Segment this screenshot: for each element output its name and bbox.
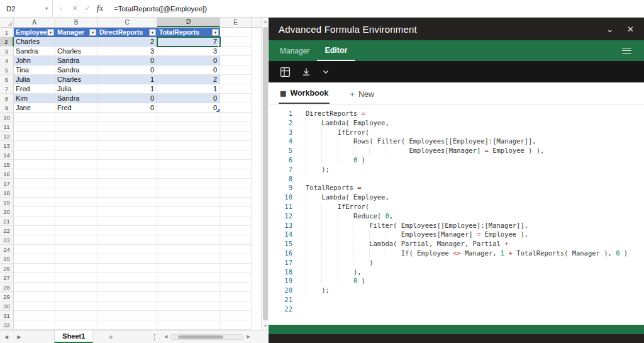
cell-c7[interactable]: 1 bbox=[97, 84, 157, 94]
cell-a1[interactable]: Employee▼ bbox=[14, 28, 55, 37]
cell-c24[interactable] bbox=[97, 245, 157, 254]
row-header-28[interactable]: 28 bbox=[0, 283, 14, 292]
cell-b32[interactable] bbox=[55, 320, 97, 330]
cell-b12[interactable] bbox=[55, 132, 97, 141]
cancel-icon[interactable]: ✕ bbox=[69, 4, 81, 13]
cell-d29[interactable] bbox=[157, 292, 220, 301]
cell-a13[interactable] bbox=[14, 141, 55, 150]
cell-e23[interactable] bbox=[220, 235, 252, 245]
cell-c16[interactable] bbox=[97, 169, 157, 179]
cell-b21[interactable] bbox=[55, 216, 97, 226]
cell-d14[interactable] bbox=[157, 150, 220, 160]
cell-e6[interactable] bbox=[220, 75, 252, 84]
cell-b11[interactable] bbox=[55, 122, 97, 132]
cell-e13[interactable] bbox=[220, 141, 252, 150]
enter-icon[interactable]: ✓ bbox=[81, 4, 94, 13]
cell-a12[interactable] bbox=[14, 132, 55, 141]
cell-e16[interactable] bbox=[220, 169, 252, 179]
cell-d17[interactable] bbox=[157, 179, 220, 188]
cell-d23[interactable] bbox=[157, 235, 220, 245]
cell-a27[interactable] bbox=[14, 273, 55, 283]
cell-d19[interactable] bbox=[157, 198, 220, 207]
cell-e26[interactable] bbox=[220, 264, 252, 273]
row-header-25[interactable]: 25 bbox=[0, 254, 14, 264]
cell-d28[interactable] bbox=[157, 283, 220, 292]
column-header-b[interactable]: B bbox=[55, 18, 97, 27]
cell-d30[interactable] bbox=[157, 301, 220, 311]
row-header-17[interactable]: 17 bbox=[0, 179, 14, 188]
row-header-21[interactable]: 21 bbox=[0, 216, 14, 226]
hscroll-left-icon[interactable]: ◀ bbox=[164, 334, 167, 339]
row-header-1[interactable]: 1 bbox=[0, 28, 14, 37]
cell-c25[interactable] bbox=[97, 254, 157, 264]
cell-c14[interactable] bbox=[97, 150, 157, 160]
cell-e24[interactable] bbox=[220, 245, 252, 254]
row-header-5[interactable]: 5 bbox=[0, 65, 14, 75]
cell-b5[interactable]: Sandra bbox=[55, 65, 97, 75]
cell-a9[interactable]: Jane bbox=[14, 103, 55, 113]
cell-d21[interactable] bbox=[157, 216, 220, 226]
column-header-a[interactable]: A bbox=[14, 18, 55, 27]
cell-a5[interactable]: Tina bbox=[14, 65, 55, 75]
cell-a7[interactable]: Fred bbox=[14, 84, 55, 94]
cell-b1[interactable]: Manager▼ bbox=[55, 28, 97, 37]
cell-a25[interactable] bbox=[14, 254, 55, 264]
cell-d9[interactable]: 0 bbox=[157, 103, 220, 113]
filter-dropdown-icon[interactable]: ▼ bbox=[149, 29, 156, 36]
filter-dropdown-icon[interactable]: ▼ bbox=[212, 29, 219, 36]
cell-b24[interactable] bbox=[55, 245, 97, 254]
cell-d20[interactable] bbox=[157, 207, 220, 216]
cell-e29[interactable] bbox=[220, 292, 252, 301]
cell-a16[interactable] bbox=[14, 169, 55, 179]
cell-a18[interactable] bbox=[14, 188, 55, 198]
cell-a3[interactable]: Sandra bbox=[14, 47, 55, 56]
cell-e3[interactable] bbox=[220, 47, 252, 56]
cell-d26[interactable] bbox=[157, 264, 220, 273]
filter-dropdown-icon[interactable]: ▼ bbox=[89, 29, 96, 36]
cell-d31[interactable] bbox=[157, 311, 220, 320]
cell-c12[interactable] bbox=[97, 132, 157, 141]
cell-c22[interactable] bbox=[97, 226, 157, 235]
cell-b17[interactable] bbox=[55, 179, 97, 188]
cell-d3[interactable]: 3 bbox=[157, 47, 220, 56]
cell-e12[interactable] bbox=[220, 132, 252, 141]
cell-b31[interactable] bbox=[55, 311, 97, 320]
row-header-26[interactable]: 26 bbox=[0, 264, 14, 273]
cell-c4[interactable]: 0 bbox=[97, 56, 157, 65]
row-header-4[interactable]: 4 bbox=[0, 56, 14, 65]
code-editor[interactable]: 1DirectReports =2 Lambda( Employee,3 IfE… bbox=[269, 104, 644, 325]
cell-c23[interactable] bbox=[97, 235, 157, 245]
cell-d10[interactable] bbox=[157, 113, 220, 122]
cell-b3[interactable]: Charles bbox=[55, 47, 97, 56]
cell-b16[interactable] bbox=[55, 169, 97, 179]
tab-manager[interactable]: Manager bbox=[272, 40, 317, 61]
cell-b13[interactable] bbox=[55, 141, 97, 150]
row-header-27[interactable]: 27 bbox=[0, 273, 14, 283]
row-header-3[interactable]: 3 bbox=[0, 47, 14, 56]
cell-a4[interactable]: John bbox=[14, 56, 55, 65]
row-header-7[interactable]: 7 bbox=[0, 84, 14, 94]
cell-b4[interactable]: Sandra bbox=[55, 56, 97, 65]
cell-a15[interactable] bbox=[14, 160, 55, 169]
cell-b25[interactable] bbox=[55, 254, 97, 264]
cell-c27[interactable] bbox=[97, 273, 157, 283]
cell-a24[interactable] bbox=[14, 245, 55, 254]
cell-c15[interactable] bbox=[97, 160, 157, 169]
column-header-c[interactable]: C bbox=[97, 18, 157, 27]
collapse-panel-icon[interactable]: ⌄ bbox=[606, 25, 613, 33]
cell-e30[interactable] bbox=[220, 301, 252, 311]
cell-a11[interactable] bbox=[14, 122, 55, 132]
row-header-29[interactable]: 29 bbox=[0, 292, 14, 301]
cell-e27[interactable] bbox=[220, 273, 252, 283]
cell-a21[interactable] bbox=[14, 216, 55, 226]
cell-e17[interactable] bbox=[220, 179, 252, 188]
row-header-14[interactable]: 14 bbox=[0, 150, 14, 160]
tab-editor[interactable]: Editor bbox=[317, 40, 355, 61]
cell-c21[interactable] bbox=[97, 216, 157, 226]
cell-c30[interactable] bbox=[97, 301, 157, 311]
cell-c17[interactable] bbox=[97, 179, 157, 188]
cell-e1[interactable] bbox=[220, 28, 252, 37]
cell-b15[interactable] bbox=[55, 160, 97, 169]
tab-new[interactable]: + New bbox=[348, 89, 375, 104]
row-header-16[interactable]: 16 bbox=[0, 169, 14, 179]
